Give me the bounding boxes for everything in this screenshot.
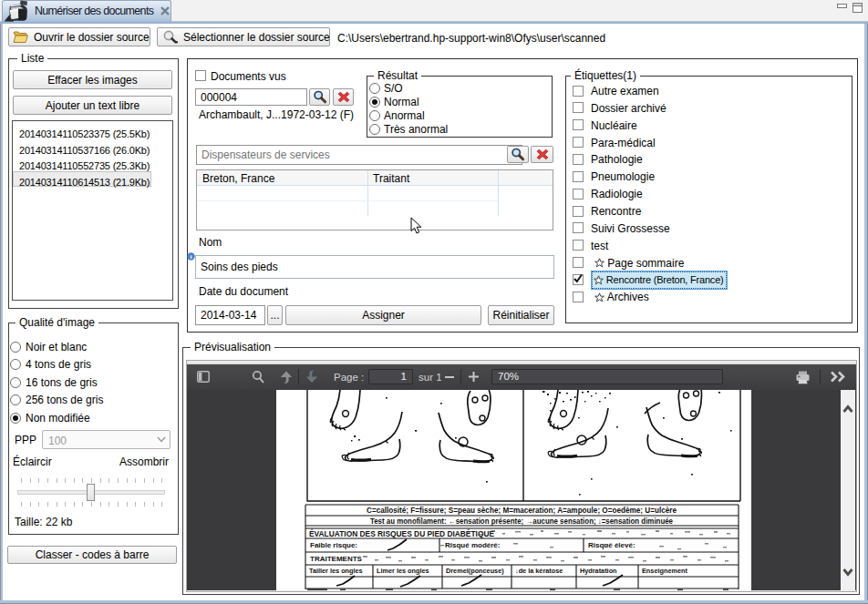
svg-text:Tailler les ongles: Tailler les ongles bbox=[309, 567, 363, 575]
svg-text:Hydratation: Hydratation bbox=[580, 567, 617, 575]
svg-text:C=callosité; F=fissure; S=peau: C=callosité; F=fissure; S=peau sèche; M=… bbox=[367, 506, 677, 515]
svg-text:Dremel(ponceuse): Dremel(ponceuse) bbox=[446, 567, 504, 575]
svg-text:TRAITEMENTS: TRAITEMENTS bbox=[310, 555, 363, 563]
svg-text:Risqué modéré:: Risqué modéré: bbox=[445, 541, 500, 549]
svg-text:Faible risque:: Faible risque: bbox=[310, 541, 357, 549]
svg-text:Risqué élevé:: Risqué élevé: bbox=[588, 541, 636, 549]
svg-text:Enseignement: Enseignement bbox=[642, 567, 687, 575]
svg-text:ÉVALUATION DES RISQUES DU: ÉVALUATION DES RISQUES DU PIED DIABÉTIQU… bbox=[309, 528, 494, 538]
svg-text:Limer les ongles: Limer les ongles bbox=[377, 567, 429, 575]
svg-text:↓de la kératose: ↓de la kératose bbox=[515, 567, 563, 575]
svg-text:Test au monofilament: ←sensati: Test au monofilament: ←sensation présent… bbox=[370, 517, 673, 526]
svg-text:i: i bbox=[191, 253, 192, 261]
